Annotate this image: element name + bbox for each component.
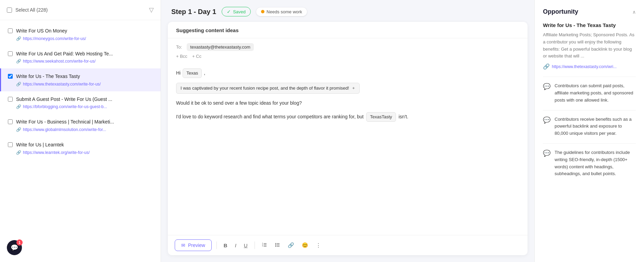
item-url[interactable]: https://bforblogging.com/write-for-us-gu… xyxy=(23,104,107,109)
cc-button[interactable]: + Cc xyxy=(192,54,201,59)
left-panel: Select All (228) ▽ Write For US On Money… xyxy=(0,0,161,262)
ordered-list-button[interactable]: 1.2.3. xyxy=(260,241,269,250)
saved-badge: ✓ Saved xyxy=(222,7,251,16)
site-chip[interactable]: TexasTasty xyxy=(366,112,396,122)
list-item[interactable]: Write For Us - Business | Technical | Ma… xyxy=(0,114,161,137)
link-icon: 🔗 xyxy=(543,63,550,70)
body-line2: Would it be ok to send over a few topic … xyxy=(176,99,519,107)
needs-work-badge: Needs some work xyxy=(256,8,307,16)
first-name-chip[interactable]: Texas xyxy=(183,68,202,78)
item-title: Write For Us And Get Paid: Web Hosting T… xyxy=(16,51,113,57)
benefit-text: The guidelines for contributors include … xyxy=(555,149,636,178)
email-toolbar: ✉ Preview B I U 1.2.3. 🔗 😊 ⋮ xyxy=(168,235,528,255)
list-item[interactable]: Write For Us And Get Paid: Web Hosting T… xyxy=(0,46,161,69)
benefit-divider xyxy=(543,110,636,110)
toolbar-divider-2 xyxy=(255,241,255,249)
svg-point-6 xyxy=(275,243,276,244)
select-all-checkbox[interactable] xyxy=(7,8,12,13)
item-url[interactable]: https://moneygos.com/write-for-us/ xyxy=(23,36,86,41)
divider-1 xyxy=(543,77,636,77)
body-chip-text: I was captivated by your recent fusion r… xyxy=(181,84,349,92)
opportunity-link: 🔗 https://www.thetexastasty.com/wri... xyxy=(543,63,636,70)
preview-button[interactable]: ✉ Preview xyxy=(175,239,212,251)
item-title: Write For Us - Business | Technical | Ma… xyxy=(16,119,114,126)
list-item[interactable]: Write for Us | Learntek 🔗 https://www.le… xyxy=(0,137,161,160)
italic-button[interactable]: I xyxy=(233,241,238,250)
item-checkbox[interactable] xyxy=(8,119,13,124)
benefit-text: Contributors can submit paid posts, affi… xyxy=(555,82,636,104)
benefit-item: 💬 Contributors receive benefits such as … xyxy=(543,116,636,137)
list-item[interactable]: Submit A Guest Post - Write For Us (Gues… xyxy=(0,91,161,114)
item-url[interactable]: https://www.globalmlmsolution.com/write-… xyxy=(23,127,106,132)
to-email-chip[interactable]: texastasty@thetexastasty.com xyxy=(187,43,254,51)
opportunity-url[interactable]: https://www.thetexastasty.com/wri... xyxy=(552,64,617,69)
svg-text:3.: 3. xyxy=(262,245,263,247)
benefit-icon: 💬 xyxy=(543,116,550,137)
benefit-item: 💬 The guidelines for contributors includ… xyxy=(543,149,636,178)
list-header: Select All (228) ▽ xyxy=(0,0,161,20)
comma: , xyxy=(204,69,205,77)
benefits-list: 💬 Contributors can submit paid posts, af… xyxy=(543,82,636,178)
opportunity-list: Write For US On Money 🔗 https://moneygos… xyxy=(0,20,161,262)
benefit-icon: 💬 xyxy=(543,83,550,104)
email-section-header: Suggesting content ideas xyxy=(168,22,528,38)
benefit-divider xyxy=(543,143,636,144)
item-url[interactable]: https://www.thetexastasty.com/write-for-… xyxy=(23,82,101,87)
benefit-text: Contributors receive benefits such as a … xyxy=(555,116,636,137)
select-all-text: Select All (228) xyxy=(15,7,48,13)
list-item[interactable]: Write For US On Money 🔗 https://moneygos… xyxy=(0,23,161,46)
email-composer: Suggesting content ideas To: texastasty@… xyxy=(168,22,528,255)
body-line3: I'd love to do keyword research and find… xyxy=(176,112,519,122)
toolbar-divider xyxy=(216,241,217,249)
preview-icon: ✉ xyxy=(181,243,185,248)
opportunity-description: Affiliate Marketing Posts; Sponsored Pos… xyxy=(543,31,636,60)
filter-button[interactable]: ▽ xyxy=(149,6,154,14)
chat-bubble[interactable]: 💬 1 xyxy=(7,240,22,255)
emoji-button[interactable]: 😊 xyxy=(300,241,310,250)
link-icon: 🔗 xyxy=(16,150,21,155)
benefit-item: 💬 Contributors can submit paid posts, af… xyxy=(543,82,636,104)
right-panel: Opportunity ∧ Write for Us - The Texas T… xyxy=(534,0,644,262)
opportunity-site-title: Write for Us - The Texas Tasty xyxy=(543,22,636,28)
list-item[interactable]: Write for Us - The Texas Tasty 🔗 https:/… xyxy=(0,68,161,91)
chat-badge: 1 xyxy=(16,239,23,246)
link-icon: 🔗 xyxy=(16,104,21,109)
orange-dot xyxy=(261,10,264,13)
step-title: Step 1 - Day 1 xyxy=(171,8,216,16)
bcc-cc-row: + Bcc + Cc xyxy=(168,53,528,63)
center-panel: Step 1 - Day 1 ✓ Saved Needs some work S… xyxy=(161,0,534,262)
item-title: Submit A Guest Post - Write For Us (Gues… xyxy=(16,96,112,103)
more-button[interactable]: ⋮ xyxy=(314,241,323,250)
item-checkbox[interactable] xyxy=(8,142,13,147)
link-icon: 🔗 xyxy=(16,36,21,41)
hi-text: Hi xyxy=(176,69,181,77)
item-url[interactable]: https://www.learntek.org/write-for-us/ xyxy=(23,150,90,155)
bold-button[interactable]: B xyxy=(222,241,230,250)
link-button[interactable]: 🔗 xyxy=(286,241,296,250)
item-title: Write for Us | Learntek xyxy=(16,142,64,148)
underline-button[interactable]: U xyxy=(242,241,250,250)
select-all-label[interactable]: Select All (228) xyxy=(7,7,48,13)
body-chip[interactable]: I was captivated by your recent fusion r… xyxy=(176,83,360,94)
svg-point-8 xyxy=(275,246,276,247)
link-icon: 🔗 xyxy=(16,59,21,64)
to-label: To: xyxy=(176,44,182,50)
link-icon: 🔗 xyxy=(16,127,21,132)
unordered-list-button[interactable] xyxy=(273,241,282,250)
check-icon: ✓ xyxy=(227,9,231,14)
item-url[interactable]: https://www.seekahost.com/write-for-us/ xyxy=(23,59,96,64)
item-title: Write For US On Money xyxy=(16,28,67,35)
magic-icon: ✦ xyxy=(352,85,355,92)
opportunity-header: Opportunity ∧ xyxy=(543,8,636,15)
email-body[interactable]: Hi Texas , I was captivated by your rece… xyxy=(168,63,528,235)
bcc-button[interactable]: + Bcc xyxy=(176,54,187,59)
item-checkbox[interactable] xyxy=(8,74,13,79)
item-checkbox[interactable] xyxy=(8,28,13,33)
to-row: To: texastasty@thetexastasty.com xyxy=(168,38,528,53)
item-checkbox[interactable] xyxy=(8,97,13,102)
hi-row: Hi Texas , xyxy=(176,68,519,78)
chevron-up-button[interactable]: ∧ xyxy=(632,9,636,15)
opportunity-title: Opportunity xyxy=(543,8,578,15)
svg-point-7 xyxy=(275,244,276,245)
item-checkbox[interactable] xyxy=(8,51,13,56)
